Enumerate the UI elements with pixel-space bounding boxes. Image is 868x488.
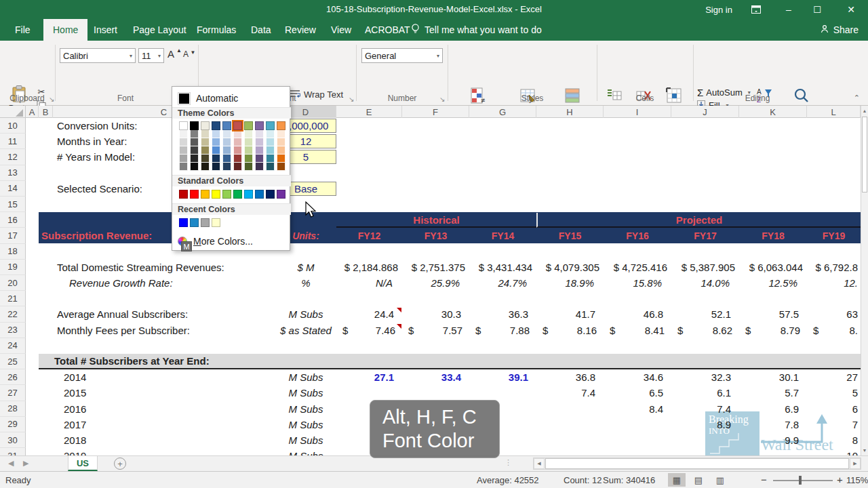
theme-tint-swatch[interactable] xyxy=(277,130,285,138)
tab-insert[interactable]: Insert xyxy=(84,19,127,41)
recent-color-swatch[interactable] xyxy=(179,218,188,227)
theme-tint-swatch[interactable] xyxy=(255,146,264,155)
select-all-corner[interactable] xyxy=(0,106,26,118)
theme-tint-swatch[interactable] xyxy=(233,155,242,163)
column-header-K[interactable]: K xyxy=(739,106,807,118)
cell-D22[interactable]: M Subs xyxy=(275,306,336,322)
cell-L31[interactable]: 10 xyxy=(807,448,861,455)
collapse-ribbon-icon[interactable]: ⌃ xyxy=(854,94,860,102)
cell-K26[interactable]: 30.1 xyxy=(739,369,807,385)
cell-I19[interactable]: $ 4,725.416 xyxy=(604,260,671,275)
cell-K29[interactable]: 7.8 xyxy=(739,417,807,432)
fy-header-FY15[interactable]: FY15 xyxy=(536,228,604,243)
fy-header-FY13[interactable]: FY13 xyxy=(402,228,469,243)
row-header-21[interactable]: 21 xyxy=(0,291,26,306)
section-header-banner[interactable]: Historical Projected Subscription Revenu… xyxy=(39,212,861,243)
theme-tint-swatch[interactable] xyxy=(233,138,242,146)
next-sheet-icon[interactable]: ▶ xyxy=(23,459,28,468)
theme-tint-swatch[interactable] xyxy=(212,146,220,155)
cell-J23[interactable]: $8.62 xyxy=(671,323,739,338)
fy-header-FY12[interactable]: FY12 xyxy=(336,228,402,243)
theme-tint-swatch[interactable] xyxy=(255,155,264,163)
ribbon-display-options-icon[interactable] xyxy=(746,0,766,19)
fy-header-FY18[interactable]: FY18 xyxy=(739,228,807,243)
cell-D29[interactable]: M Subs xyxy=(275,417,336,432)
cell-F22[interactable]: 30.3 xyxy=(402,306,469,322)
theme-tint-swatch[interactable] xyxy=(190,146,199,155)
cell-L23[interactable]: $8. xyxy=(807,323,861,338)
row-header-10[interactable]: 10 xyxy=(0,118,26,134)
cell-D28[interactable]: M Subs xyxy=(275,401,336,417)
theme-tint-swatch[interactable] xyxy=(190,163,199,171)
cell-G23[interactable]: $7.88 xyxy=(469,323,536,338)
row-header-17[interactable]: 17 xyxy=(0,228,26,243)
theme-tint-swatch[interactable] xyxy=(244,146,253,155)
zoom-out-icon[interactable]: − xyxy=(761,474,767,485)
cell-L30[interactable]: 8 xyxy=(807,432,861,448)
cell-L27[interactable]: 5 xyxy=(807,385,861,401)
vertical-scroll-thumb[interactable] xyxy=(862,117,867,192)
cell-J26[interactable]: 32.3 xyxy=(671,369,739,385)
number-dialog-launcher[interactable]: ↘ xyxy=(439,96,445,103)
standard-color-swatch[interactable] xyxy=(277,190,285,199)
column-header-G[interactable]: G xyxy=(469,106,536,118)
theme-tint-swatch[interactable] xyxy=(179,155,188,163)
cell-L29[interactable]: 7 xyxy=(807,417,861,432)
cell-H23[interactable]: $8.16 xyxy=(536,323,604,338)
theme-tint-swatch[interactable] xyxy=(212,130,220,138)
share-button[interactable]: Share xyxy=(821,19,859,41)
fy-header-FY16[interactable]: FY16 xyxy=(604,228,671,243)
cell-F23[interactable]: $7.57 xyxy=(402,323,469,338)
recent-color-swatch[interactable] xyxy=(201,218,210,227)
theme-tint-swatch[interactable] xyxy=(201,130,210,138)
fy-header-FY14[interactable]: FY14 xyxy=(469,228,536,243)
row-header-28[interactable]: 28 xyxy=(0,401,26,417)
number-format-combo[interactable]: General▾ xyxy=(361,48,443,63)
standard-color-swatch[interactable] xyxy=(255,190,264,199)
cell-G20[interactable]: 24.7% xyxy=(469,275,536,291)
cell-C20[interactable]: Revenue Growth Rate: xyxy=(53,275,275,291)
cell-K22[interactable]: 57.5 xyxy=(739,306,807,322)
cell-I23[interactable]: $8.41 xyxy=(604,323,671,338)
column-header-I[interactable]: I xyxy=(604,106,671,118)
zoom-slider-thumb[interactable] xyxy=(799,476,802,485)
page-layout-view-icon[interactable]: ▤ xyxy=(690,473,707,487)
cell-C28[interactable]: 2016 xyxy=(53,401,275,417)
theme-tint-swatch[interactable] xyxy=(201,163,210,171)
sign-in-button[interactable]: Sign in xyxy=(698,0,739,19)
theme-color-swatch[interactable] xyxy=(179,121,188,130)
standard-color-swatch[interactable] xyxy=(266,190,275,199)
scroll-up-icon[interactable]: ▲ xyxy=(861,106,868,116)
cell-C29[interactable]: 2017 xyxy=(53,417,275,432)
column-header-E[interactable]: E xyxy=(336,106,402,118)
theme-tint-swatch[interactable] xyxy=(255,130,264,138)
zoom-in-icon[interactable]: + xyxy=(837,474,843,485)
theme-tint-swatch[interactable] xyxy=(277,155,285,163)
scroll-down-icon[interactable]: ▼ xyxy=(861,445,868,455)
cell-E22[interactable]: 24.4 xyxy=(336,306,402,322)
theme-tint-swatch[interactable] xyxy=(222,146,231,155)
column-header-F[interactable]: F xyxy=(402,106,469,118)
cell-K27[interactable]: 5.7 xyxy=(739,385,807,401)
cell-J20[interactable]: 14.0% xyxy=(671,275,739,291)
cell-J27[interactable]: 6.1 xyxy=(671,385,739,401)
theme-color-swatch[interactable] xyxy=(201,121,210,130)
zoom-slider[interactable] xyxy=(773,480,833,481)
theme-tint-swatch[interactable] xyxy=(201,138,210,146)
cell-K20[interactable]: 12.5% xyxy=(739,275,807,291)
cell-K28[interactable]: 6.9 xyxy=(739,401,807,417)
theme-color-swatch[interactable] xyxy=(266,121,275,130)
theme-tint-swatch[interactable] xyxy=(212,163,220,171)
row-header-18[interactable]: 18 xyxy=(0,244,26,260)
theme-tint-swatch[interactable] xyxy=(266,155,275,163)
cell-G22[interactable]: 36.3 xyxy=(469,306,536,322)
row-header-27[interactable]: 27 xyxy=(0,385,26,401)
cell-K23[interactable]: $8.79 xyxy=(739,323,807,338)
fy-header-FY19[interactable]: FY19 xyxy=(807,228,861,243)
theme-tint-swatch[interactable] xyxy=(212,155,220,163)
cell-I28[interactable]: 8.4 xyxy=(604,401,671,417)
theme-tint-swatch[interactable] xyxy=(179,138,188,146)
close-button[interactable]: ✕ xyxy=(840,0,863,19)
cell-I26[interactable]: 34.6 xyxy=(604,369,671,385)
cell-G19[interactable]: $ 3,431.434 xyxy=(469,260,536,275)
